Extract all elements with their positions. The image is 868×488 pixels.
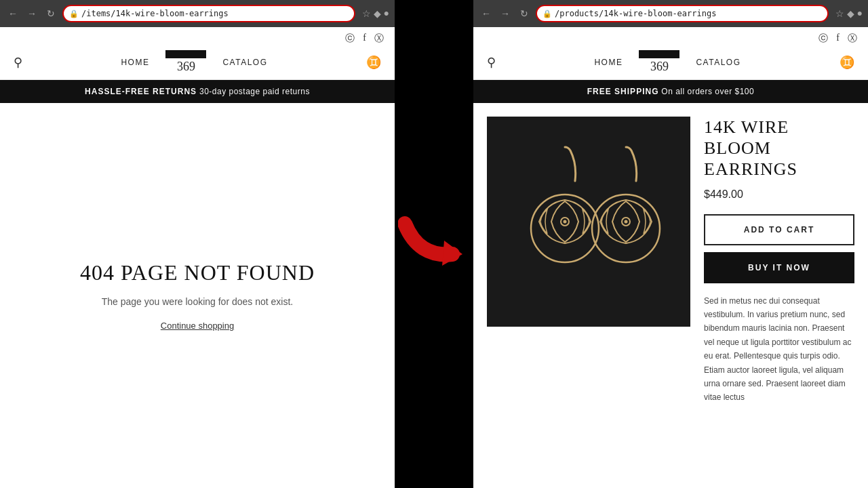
- continue-shopping-link[interactable]: Continue shopping: [161, 321, 234, 331]
- product-title: 14K WIRE BLOOM EARRINGS: [704, 117, 854, 180]
- left-toolbar: ← → ↻ 🔒 /items/14k-wire-bloom-earrings ☆…: [0, 0, 395, 27]
- left-browser: ← → ↻ 🔒 /items/14k-wire-bloom-earrings ☆…: [0, 0, 397, 488]
- profile-icon-right[interactable]: ●: [857, 8, 863, 20]
- right-browser: ← → ↻ 🔒 /products/14k-wire-bloom-earring…: [473, 0, 868, 488]
- star-icon-right[interactable]: ☆: [835, 8, 844, 20]
- search-button-left[interactable]: ⚲: [14, 55, 22, 70]
- promo-bold-right: FREE SHIPPING: [587, 87, 659, 96]
- lock-icon: 🔒: [69, 9, 79, 18]
- instagram-icon-right[interactable]: ⓒ: [818, 33, 828, 45]
- reload-button-right[interactable]: ↻: [517, 6, 532, 21]
- facebook-icon-left[interactable]: f: [363, 33, 366, 45]
- promo-text-right: On all orders over $100: [661, 87, 754, 96]
- svg-point-4: [592, 195, 660, 262]
- not-found-section: 404 PAGE NOT FOUND The page you were loo…: [0, 103, 395, 488]
- left-logo: 369: [165, 50, 206, 74]
- address-bar-left[interactable]: 🔒 /items/14k-wire-bloom-earrings: [62, 5, 355, 22]
- forward-button-right[interactable]: →: [498, 6, 513, 21]
- cart-button-left[interactable]: ♊: [366, 55, 381, 70]
- svg-point-6: [625, 220, 628, 224]
- pinterest-icon-left[interactable]: Ⓧ: [374, 33, 384, 45]
- profile-icon[interactable]: ●: [384, 8, 389, 20]
- catalog-link-right[interactable]: CATALOG: [696, 58, 741, 67]
- product-price: $449.00: [704, 188, 854, 201]
- right-logo-number: 369: [650, 60, 669, 74]
- earrings-illustration: [500, 134, 677, 310]
- forward-button[interactable]: →: [24, 6, 39, 21]
- url-text-left: /items/14k-wire-bloom-earrings: [81, 9, 349, 18]
- add-to-cart-button[interactable]: ADD TO CART: [704, 214, 854, 245]
- back-button[interactable]: ←: [5, 6, 20, 21]
- extensions-icon-right[interactable]: ◆: [847, 8, 854, 20]
- instagram-icon-left[interactable]: ⓒ: [345, 33, 355, 45]
- left-nav-links: HOME 369 CATALOG: [121, 50, 267, 74]
- right-shop-page: ⓒ f Ⓧ ⚲ HOME 369 CATALOG ♊: [473, 27, 868, 488]
- extensions-icon[interactable]: ◆: [374, 8, 381, 20]
- facebook-icon-right[interactable]: f: [836, 33, 840, 45]
- address-bar-right[interactable]: 🔒 /products/14k-wire-bloom-earrings: [536, 5, 829, 22]
- svg-marker-0: [442, 241, 462, 266]
- pinterest-icon-right[interactable]: Ⓧ: [848, 33, 857, 45]
- not-found-title: 404 PAGE NOT FOUND: [80, 260, 315, 285]
- product-description: Sed in metus nec dui consequat vestibulu…: [704, 294, 854, 403]
- arrow-area: [397, 0, 473, 488]
- buy-it-now-button[interactable]: BUY IT NOW: [704, 252, 854, 283]
- right-logo-box: [639, 50, 679, 58]
- home-link-left[interactable]: HOME: [121, 58, 149, 67]
- left-promo-banner: HASSLE-FREE RETURNS 30-day postage paid …: [0, 80, 395, 103]
- svg-point-3: [564, 220, 567, 224]
- right-nav-bar: ⚲ HOME 369 CATALOG ♊: [473, 46, 868, 80]
- svg-point-1: [531, 195, 599, 262]
- promo-text-left: 30-day postage paid returns: [199, 87, 310, 96]
- catalog-link-left[interactable]: CATALOG: [222, 58, 267, 67]
- left-logo-number: 369: [177, 60, 195, 74]
- left-nav-bar: ⚲ HOME 369 CATALOG ♊: [0, 46, 395, 80]
- promo-bold-left: HASSLE-FREE RETURNS: [85, 87, 197, 96]
- back-button-right[interactable]: ←: [479, 6, 494, 21]
- star-icon[interactable]: ☆: [362, 8, 371, 20]
- lock-icon-right: 🔒: [542, 9, 552, 18]
- not-found-description: The page you were looking for does not e…: [102, 296, 294, 307]
- cart-button-right[interactable]: ♊: [840, 55, 854, 70]
- left-logo-box: [165, 50, 206, 58]
- left-shop-page: ⓒ f Ⓧ ⚲ HOME 369 CATALOG ♊: [0, 27, 395, 488]
- search-button-right[interactable]: ⚲: [487, 55, 496, 70]
- right-logo: 369: [639, 50, 679, 74]
- redirect-arrow: [398, 203, 473, 285]
- left-social-bar: ⓒ f Ⓧ: [0, 27, 395, 46]
- url-text-right: /products/14k-wire-bloom-earrings: [555, 9, 822, 18]
- home-link-right[interactable]: HOME: [594, 58, 623, 67]
- product-image: [487, 117, 690, 327]
- product-section: 14K WIRE BLOOM EARRINGS $449.00 ADD TO C…: [473, 103, 868, 488]
- reload-button[interactable]: ↻: [43, 6, 58, 21]
- product-info: 14K WIRE BLOOM EARRINGS $449.00 ADD TO C…: [704, 117, 854, 474]
- right-nav-links: HOME 369 CATALOG: [594, 50, 741, 74]
- right-toolbar: ← → ↻ 🔒 /products/14k-wire-bloom-earring…: [473, 0, 868, 27]
- right-social-bar: ⓒ f Ⓧ: [473, 27, 868, 46]
- right-promo-banner: FREE SHIPPING On all orders over $100: [473, 80, 868, 103]
